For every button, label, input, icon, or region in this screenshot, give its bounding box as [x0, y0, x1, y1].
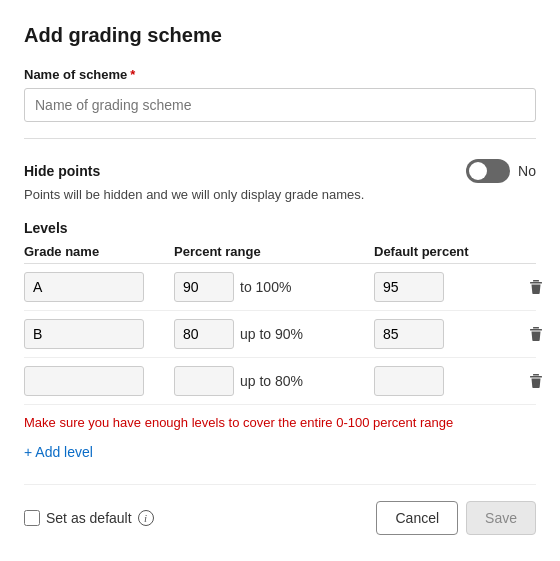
- grade-name-input-3[interactable]: [24, 366, 144, 396]
- svg-rect-5: [530, 376, 542, 378]
- default-check-group: Set as default i: [24, 510, 154, 526]
- delete-row-1-button[interactable]: [524, 275, 548, 299]
- header-grade-name: Grade name: [24, 244, 174, 259]
- levels-header: Grade name Percent range Default percent: [24, 244, 536, 264]
- svg-rect-3: [530, 329, 542, 331]
- info-icon[interactable]: i: [138, 510, 154, 526]
- trash-icon: [528, 373, 544, 389]
- delete-cell-3: [524, 369, 560, 393]
- cancel-button[interactable]: Cancel: [376, 501, 458, 535]
- hide-points-hint: Points will be hidden and we will only d…: [24, 187, 536, 202]
- percent-range-cell-1: to 100%: [174, 272, 374, 302]
- range-text-1: to 100%: [240, 279, 291, 295]
- svg-rect-1: [530, 282, 542, 284]
- grade-name-input-1[interactable]: [24, 272, 144, 302]
- svg-rect-4: [533, 374, 539, 376]
- toggle-group: No: [466, 159, 536, 183]
- scheme-name-input[interactable]: [24, 88, 536, 122]
- set-as-default-label: Set as default: [46, 510, 132, 526]
- toggle-no-label: No: [518, 163, 536, 179]
- default-percent-cell-1: [374, 272, 524, 302]
- required-star: *: [130, 67, 135, 82]
- grade-name-cell-3: [24, 366, 174, 396]
- header-default-percent: Default percent: [374, 244, 524, 259]
- name-field-group: Name of scheme*: [24, 67, 536, 122]
- footer-row: Set as default i Cancel Save: [24, 484, 536, 535]
- header-actions: [524, 244, 560, 259]
- set-as-default-checkbox[interactable]: [24, 510, 40, 526]
- trash-icon: [528, 279, 544, 295]
- delete-cell-1: [524, 275, 560, 299]
- percent-from-input-1[interactable]: [174, 272, 234, 302]
- svg-rect-0: [533, 280, 539, 282]
- grade-name-cell-1: [24, 272, 174, 302]
- hide-points-row: Hide points No: [24, 159, 536, 183]
- header-percent-range: Percent range: [174, 244, 374, 259]
- table-row: up to 90%: [24, 311, 536, 358]
- percent-from-input-3[interactable]: [174, 366, 234, 396]
- percent-from-input-2[interactable]: [174, 319, 234, 349]
- range-text-3: up to 80%: [240, 373, 303, 389]
- delete-cell-2: [524, 322, 560, 346]
- delete-row-2-button[interactable]: [524, 322, 548, 346]
- default-percent-cell-3: [374, 366, 524, 396]
- toggle-track: [466, 159, 510, 183]
- footer-buttons: Cancel Save: [376, 501, 536, 535]
- range-text-2: up to 90%: [240, 326, 303, 342]
- add-level-button[interactable]: + Add level: [24, 440, 93, 464]
- default-percent-input-3[interactable]: [374, 366, 444, 396]
- percent-range-cell-2: up to 90%: [174, 319, 374, 349]
- page-title: Add grading scheme: [24, 24, 536, 47]
- grade-name-cell-2: [24, 319, 174, 349]
- toggle-thumb: [469, 162, 487, 180]
- save-button[interactable]: Save: [466, 501, 536, 535]
- name-field-label: Name of scheme*: [24, 67, 536, 82]
- default-percent-input-1[interactable]: [374, 272, 444, 302]
- trash-icon: [528, 326, 544, 342]
- table-row: up to 80%: [24, 358, 536, 405]
- grade-name-input-2[interactable]: [24, 319, 144, 349]
- delete-row-3-button[interactable]: [524, 369, 548, 393]
- percent-range-cell-3: up to 80%: [174, 366, 374, 396]
- hide-points-toggle[interactable]: [466, 159, 510, 183]
- default-percent-cell-2: [374, 319, 524, 349]
- hide-points-label: Hide points: [24, 163, 100, 179]
- svg-rect-2: [533, 327, 539, 329]
- error-message: Make sure you have enough levels to cove…: [24, 415, 536, 430]
- default-percent-input-2[interactable]: [374, 319, 444, 349]
- divider-1: [24, 138, 536, 139]
- levels-section-title: Levels: [24, 220, 536, 236]
- table-row: to 100%: [24, 264, 536, 311]
